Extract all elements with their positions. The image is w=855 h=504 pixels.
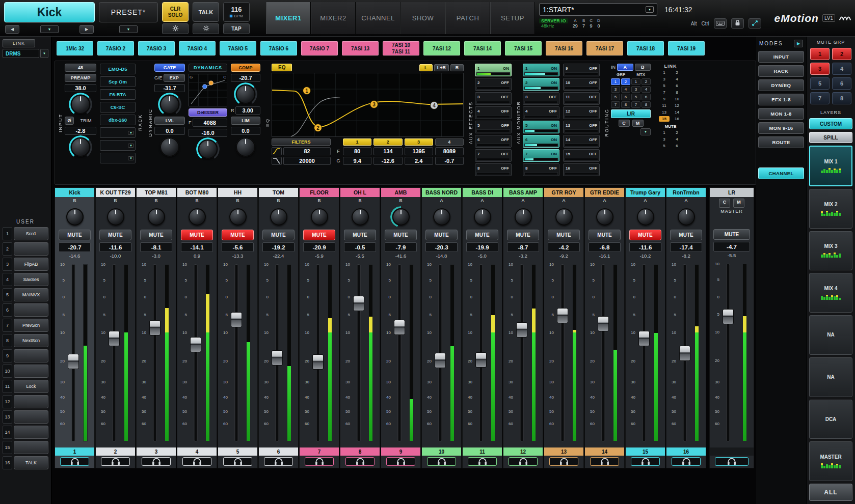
link-group-number[interactable]: 10 (672, 96, 682, 102)
trim-knob[interactable] (71, 137, 90, 157)
pan-knob[interactable] (270, 208, 287, 226)
eq-band-handle[interactable]: 1 (303, 87, 311, 95)
pan-knob[interactable] (189, 208, 206, 226)
aux-send-2[interactable]: 2OFF (475, 78, 512, 91)
user-slot-button[interactable] (14, 349, 48, 362)
master-mute-button[interactable]: MUTE (713, 229, 750, 240)
routing-assign[interactable]: 4 (621, 86, 630, 93)
mute-group-7[interactable]: 7 (810, 92, 830, 104)
link-group-number[interactable]: 13 (659, 109, 670, 115)
mute-button[interactable]: MUTE (548, 230, 580, 240)
cue-button[interactable] (182, 457, 211, 466)
input-b-button[interactable]: B (635, 64, 651, 71)
fader-handle[interactable] (190, 337, 201, 352)
eq-linked-button[interactable]: L+R (434, 64, 449, 71)
eq-band-gain[interactable]: 2.4 (405, 157, 433, 165)
gate-button[interactable]: GATE (154, 64, 185, 72)
link-group-number[interactable]: 6 (672, 83, 682, 89)
mute-group-1[interactable]: 1 (810, 48, 830, 60)
tab-mixer1[interactable]: MIXER1 (266, 2, 311, 34)
mute-group-5[interactable]: 5 (810, 77, 830, 90)
link-group-number[interactable]: 11 (659, 103, 670, 108)
fader-track[interactable] (475, 264, 487, 441)
fader-track[interactable] (598, 264, 609, 441)
aux-send-3[interactable]: 3OFF (475, 92, 512, 105)
preset-name[interactable]: PRESET* (99, 2, 158, 22)
patch-box[interactable]: 7ASI 16 (546, 41, 582, 55)
fader-track[interactable] (394, 264, 405, 441)
user-slot-button[interactable]: PrevScn (14, 319, 48, 332)
channel-name[interactable]: GTR ROY (544, 188, 583, 197)
mute-button[interactable]: MUTE (262, 230, 295, 240)
link-mute-number[interactable]: 6 (672, 143, 682, 149)
cue-button[interactable] (427, 457, 456, 466)
fader-handle[interactable] (272, 350, 283, 366)
cue-button[interactable] (223, 457, 252, 466)
mute-button[interactable]: MUTE (466, 230, 498, 240)
channel-name[interactable]: TOP M81 (137, 188, 176, 197)
talkback-button[interactable]: TALK (193, 2, 219, 22)
mute-button[interactable]: MUTE (589, 230, 621, 240)
mute-button[interactable]: MUTE (222, 230, 254, 240)
channel-dropdown[interactable]: ▼ (40, 25, 59, 33)
pan-knob[interactable] (66, 208, 84, 226)
talkback-settings-button[interactable] (193, 23, 219, 34)
fader-handle[interactable] (109, 331, 120, 346)
fader-handle[interactable] (149, 320, 161, 335)
channel-name[interactable]: Trump Gary (626, 188, 665, 197)
patch-box[interactable]: 7ASIO 2 (97, 41, 134, 55)
user-slot-button[interactable]: NextScn (14, 334, 48, 347)
user-slot-button[interactable] (14, 303, 48, 317)
link-group-number[interactable]: 2 (672, 70, 682, 75)
cue-button[interactable] (101, 457, 130, 466)
routing-mono-button[interactable]: M (632, 120, 644, 127)
cue-button[interactable] (264, 457, 293, 466)
link-group-number[interactable]: 3 (659, 76, 670, 82)
patch-box[interactable]: 7ASI 17 (586, 41, 623, 55)
pan-knob[interactable] (474, 208, 491, 226)
modes-expand-button[interactable]: ▶ (794, 40, 803, 47)
aux-send-10[interactable]: 10OFF (563, 78, 600, 91)
eq-band-handle[interactable]: 3 (370, 100, 378, 108)
fader-track[interactable] (190, 264, 201, 441)
link-mute-number[interactable]: 3 (659, 136, 670, 142)
patch-box[interactable]: 7ASI 12 (423, 41, 460, 55)
fullscreen-button[interactable] (749, 18, 761, 29)
aux-send-5[interactable]: 5OFF (475, 121, 512, 133)
patch-box[interactable]: 1Mic 32 (57, 41, 93, 55)
mute-button[interactable]: MUTE (385, 230, 417, 240)
master-mono-button[interactable]: M (733, 199, 744, 208)
routing-assign[interactable]: 2 (642, 78, 651, 85)
aux-send-8[interactable]: 8OFF (475, 163, 512, 176)
lpf-freq-value[interactable]: 20000 (283, 157, 331, 165)
fader-track[interactable] (557, 264, 568, 441)
link-mute-number[interactable]: 2 (672, 130, 682, 135)
aux-send-14[interactable]: 14OFF (563, 135, 600, 148)
hpf-freq-value[interactable]: 82 (283, 147, 331, 155)
patch-box[interactable]: 7ASI 13 (342, 41, 379, 55)
link-group-number[interactable]: 16 (672, 116, 682, 122)
cue-button[interactable] (60, 457, 89, 466)
rack-slot-empty[interactable]: ▼ (100, 153, 136, 163)
keyboard-button[interactable] (714, 18, 727, 29)
rack-slot[interactable]: F6-RTA (100, 89, 136, 100)
channel-name[interactable]: FLOOR (300, 188, 339, 197)
dynamics-header[interactable]: DYNAMICS (189, 64, 227, 72)
aux-send-4[interactable]: 4OFF (475, 106, 512, 119)
patch-box[interactable]: 7ASIO 5 (220, 41, 256, 55)
next-channel-button[interactable]: ▶ (79, 25, 94, 34)
patch-box[interactable]: 7ASIO 3 (138, 41, 175, 55)
deesser-button[interactable]: DeESSER (189, 108, 227, 117)
gate-lvl-button[interactable]: LVL (154, 117, 185, 125)
link-group-number[interactable]: 9 (659, 96, 670, 102)
channel-name[interactable]: BASS NORD (422, 188, 461, 197)
fader-handle[interactable] (723, 309, 734, 324)
user-slot-button[interactable] (14, 410, 48, 424)
layer-mix-3[interactable]: MIX 3 (809, 231, 852, 271)
fader-handle[interactable] (557, 308, 568, 323)
mute-button[interactable]: MUTE (181, 230, 213, 240)
clear-solo-button[interactable]: CLR SOLO (162, 2, 189, 22)
master-name[interactable]: LR (710, 188, 754, 197)
pan-knob[interactable] (311, 208, 328, 226)
phase-button[interactable]: Ø (65, 117, 74, 125)
